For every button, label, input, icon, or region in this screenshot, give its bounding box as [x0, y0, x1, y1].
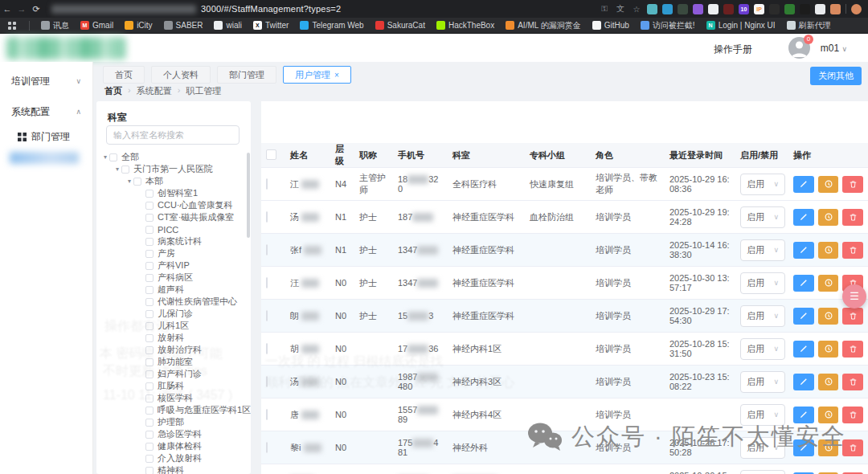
edit-button[interactable]: [793, 341, 814, 358]
row-checkbox[interactable]: [266, 244, 268, 255]
enable-dropdown[interactable]: 启用∨: [740, 371, 785, 393]
forward-icon[interactable]: →: [14, 4, 29, 14]
extension-icon[interactable]: [815, 4, 825, 14]
tree-node[interactable]: 代谢性疾病管理中心: [96, 296, 251, 308]
edit-button[interactable]: [793, 275, 814, 292]
reset-password-button[interactable]: [818, 275, 839, 292]
bookmark-item[interactable]: 讯息: [41, 20, 69, 31]
caret-icon[interactable]: ▾: [125, 178, 133, 185]
tree-node[interactable]: CCU·心血管康复科: [96, 199, 251, 211]
edit-button[interactable]: [793, 242, 814, 259]
bookmark-item[interactable]: 刷新代理: [787, 20, 831, 31]
sidebar-group-system-config[interactable]: 系统配置∧: [0, 99, 92, 125]
key-icon[interactable]: ⚿: [599, 4, 610, 14]
delete-button[interactable]: [842, 209, 863, 226]
tree-node[interactable]: ▾ 天门市第一人民医院: [96, 163, 251, 175]
url-text[interactable]: 3000/#/StaffManagement?types=2: [201, 4, 341, 14]
edit-button[interactable]: [793, 209, 814, 226]
tree-node[interactable]: 肛肠科: [96, 380, 251, 392]
tree-node[interactable]: ▾ 全部: [96, 151, 251, 163]
tree-checkbox[interactable]: [145, 202, 154, 210]
tree-checkbox[interactable]: [145, 467, 154, 474]
breadcrumb-item[interactable]: 首页: [104, 85, 122, 97]
caret-icon[interactable]: ▾: [101, 153, 109, 161]
delete-button[interactable]: [842, 439, 863, 456]
reload-icon[interactable]: ⟳: [29, 4, 43, 14]
tab[interactable]: 个人资料: [151, 66, 211, 84]
extension-icon[interactable]: [662, 4, 673, 14]
enable-dropdown[interactable]: 启用∨: [740, 437, 785, 459]
tree-node[interactable]: CT室·磁共振成像室: [96, 211, 251, 223]
extension-icon[interactable]: [678, 4, 688, 14]
reset-password-button[interactable]: [818, 341, 839, 358]
reset-password-button[interactable]: [818, 439, 839, 456]
tree-node[interactable]: 产房: [96, 247, 251, 259]
edit-button[interactable]: [793, 308, 814, 325]
tab[interactable]: 用户管理 ×: [283, 66, 351, 84]
tree-checkbox[interactable]: [145, 262, 154, 270]
tree-node[interactable]: 肺功能室: [96, 356, 251, 368]
delete-button[interactable]: [842, 374, 863, 390]
close-others-button[interactable]: 关闭其他: [810, 67, 862, 85]
extension-icon[interactable]: [784, 4, 795, 14]
bookmark-item[interactable]: M Gmail: [80, 20, 113, 31]
floating-action-button[interactable]: ☰: [842, 284, 866, 309]
tree-checkbox[interactable]: [145, 226, 154, 234]
enable-dropdown[interactable]: 启用∨: [740, 470, 785, 474]
tree-checkbox[interactable]: [145, 370, 154, 378]
edit-button[interactable]: [793, 407, 814, 423]
user-avatar[interactable]: 0: [788, 37, 810, 59]
enable-dropdown[interactable]: 启用∨: [740, 239, 785, 261]
tree-node[interactable]: 放射科: [96, 332, 251, 344]
tree-checkbox[interactable]: [145, 214, 154, 222]
breadcrumb-item[interactable]: 职工管理: [186, 85, 221, 97]
tree-checkbox[interactable]: [145, 358, 154, 366]
tree-checkbox[interactable]: [145, 407, 154, 415]
extension-icon[interactable]: [647, 4, 657, 14]
tree-node[interactable]: 呼吸与危重症医学科1区: [96, 404, 251, 416]
reset-password-button[interactable]: [818, 209, 839, 226]
tree-node[interactable]: PICC: [96, 223, 251, 235]
row-checkbox[interactable]: [266, 277, 268, 288]
row-checkbox[interactable]: [266, 310, 268, 321]
row-checkbox[interactable]: [266, 211, 268, 223]
caret-icon[interactable]: ▾: [113, 165, 121, 173]
tree-node[interactable]: 儿保门诊: [96, 308, 251, 320]
tree-checkbox[interactable]: [145, 346, 154, 354]
bookmark-item[interactable]: SakuraCat: [375, 20, 425, 31]
row-checkbox[interactable]: [266, 178, 268, 190]
tree-checkbox[interactable]: [145, 238, 154, 246]
bookmark-item[interactable]: SABER: [164, 20, 203, 31]
reset-password-button[interactable]: [818, 374, 839, 390]
row-checkbox[interactable]: [266, 376, 268, 387]
manual-link[interactable]: 操作手册: [714, 43, 752, 56]
apps-grid-icon[interactable]: [8, 22, 16, 30]
tree-node[interactable]: 超声科: [96, 284, 251, 296]
tree-node[interactable]: 急诊医学科: [96, 428, 251, 440]
row-checkbox[interactable]: [266, 442, 268, 453]
edit-button[interactable]: [793, 176, 814, 193]
back-icon[interactable]: ←: [0, 4, 14, 14]
tree-node[interactable]: 精神科: [96, 464, 251, 474]
extension-icon[interactable]: [800, 4, 810, 14]
extension-icon[interactable]: [830, 4, 841, 14]
tree-node[interactable]: 创智科室1: [96, 187, 251, 199]
tree-node[interactable]: 核医学科: [96, 392, 251, 404]
bookmark-item[interactable]: 访问被拦截!: [641, 20, 695, 31]
bookmark-item[interactable]: HackTheBox: [436, 20, 494, 31]
tree-scrollbar[interactable]: [247, 153, 250, 238]
reset-password-button[interactable]: [818, 407, 839, 423]
tree-checkbox[interactable]: [145, 310, 154, 318]
delete-button[interactable]: [842, 341, 863, 358]
edit-button[interactable]: [793, 374, 814, 390]
profile-avatar-icon[interactable]: [851, 4, 862, 14]
bookmark-item[interactable]: Telegram Web: [300, 20, 363, 31]
bookmark-item[interactable]: wiali: [214, 20, 241, 31]
translate-icon[interactable]: 文: [615, 3, 626, 14]
tree-checkbox[interactable]: [145, 322, 154, 330]
username-dropdown[interactable]: m01 ∨: [821, 43, 847, 54]
tree-checkbox[interactable]: [145, 334, 154, 342]
reset-password-button[interactable]: [818, 242, 839, 259]
extension-icon[interactable]: 10: [739, 4, 749, 14]
tree-checkbox[interactable]: [109, 153, 117, 161]
